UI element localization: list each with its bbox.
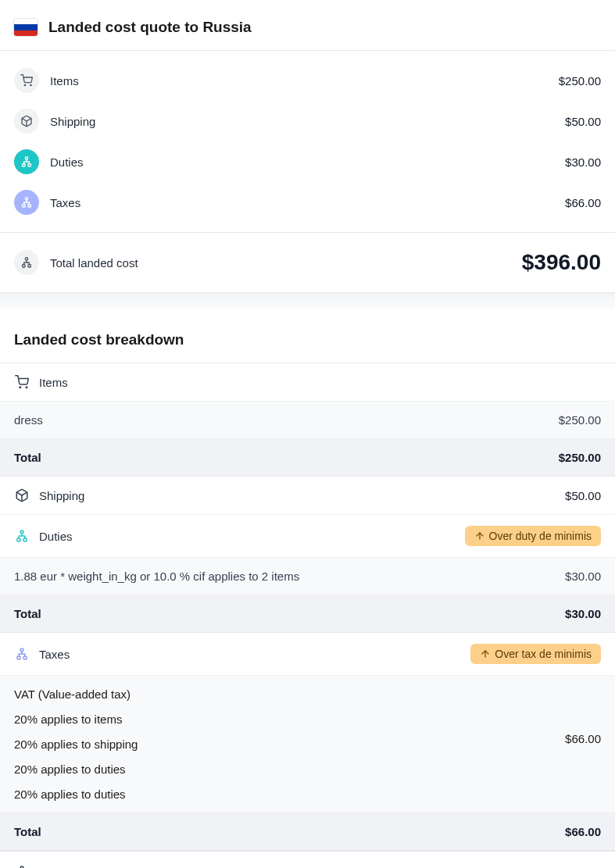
breakdown-duties-total: Total $30.00 (0, 595, 615, 633)
grand-total-amount: $396.00 (559, 866, 601, 869)
svg-point-0 (24, 84, 25, 85)
line-label: 1.88 eur * weight_in_kg or 10.0 % cif ap… (14, 570, 565, 583)
box-icon (14, 109, 39, 134)
hierarchy-icon (14, 190, 39, 215)
box-icon (14, 488, 30, 503)
cart-icon (14, 68, 39, 93)
total-label: Total (14, 451, 41, 464)
svg-point-12 (20, 387, 21, 388)
breakdown-taxes-header: Taxes Over tax de minimis (0, 633, 615, 676)
summary-amount: $250.00 (559, 74, 601, 88)
breakdown-grand-total: Total landed cost $396.00 (0, 851, 615, 868)
hierarchy-icon (14, 250, 39, 275)
total-label: Total (14, 825, 41, 838)
breakdown-taxes-total: Total $66.00 (0, 813, 615, 851)
tax-detail-line: 20% applies to duties (14, 763, 138, 776)
badge-text: Over tax de minimis (495, 648, 592, 660)
summary-section: Items $250.00 Shipping $50.00 Duties $30… (0, 51, 615, 292)
line-amount: $250.00 (559, 413, 601, 427)
tax-detail-line: 20% applies to duties (14, 788, 138, 801)
line-amount: $30.00 (565, 570, 601, 583)
summary-row-items: Items $250.00 (0, 51, 615, 101)
breakdown-section-label: Taxes (39, 648, 470, 661)
breakdown-title: Landed cost breakdown (0, 309, 615, 363)
summary-label: Shipping (50, 115, 565, 128)
cart-icon (14, 374, 30, 390)
tax-subtitle: VAT (Value-added tax) (14, 688, 138, 701)
breakdown-section-label: Shipping (39, 489, 565, 502)
summary-total-row: Total landed cost $396.00 (0, 232, 615, 292)
over-duty-de-minimis-badge: Over duty de minimis (465, 526, 601, 546)
quote-header: Landed cost quote to Russia (0, 0, 615, 51)
breakdown-item-line: dress $250.00 (0, 402, 615, 439)
summary-row-duties: Duties $30.00 (0, 141, 615, 182)
total-amount: $66.00 (565, 825, 601, 838)
tax-detail-line: 20% applies to shipping (14, 738, 138, 751)
breakdown-duties-header: Duties Over duty de minimis (0, 515, 615, 558)
hierarchy-icon (14, 646, 30, 662)
summary-amount: $30.00 (565, 155, 601, 169)
summary-label: Taxes (50, 196, 565, 209)
summary-label: Items (50, 74, 559, 88)
total-label: Total landed cost (50, 256, 522, 270)
country-flag-russia (14, 19, 38, 36)
breakdown-taxes-details: VAT (Value-added tax) 20% applies to ite… (0, 676, 615, 813)
total-label: Total (14, 607, 41, 620)
breakdown-items-total: Total $250.00 (0, 439, 615, 477)
breakdown-duties-line: 1.88 eur * weight_in_kg or 10.0 % cif ap… (0, 558, 615, 595)
over-tax-de-minimis-badge: Over tax de minimis (470, 644, 601, 664)
hierarchy-icon (14, 149, 39, 174)
svg-point-13 (26, 387, 27, 388)
hierarchy-icon (14, 864, 30, 868)
summary-amount: $66.00 (565, 196, 601, 209)
breakdown-shipping-header: Shipping $50.00 (0, 477, 615, 515)
badge-text: Over duty de minimis (489, 530, 592, 542)
total-amount: $396.00 (522, 250, 601, 275)
arrow-up-icon (480, 648, 491, 659)
total-amount: $30.00 (565, 607, 601, 620)
tax-detail-line: 20% applies to items (14, 713, 138, 726)
summary-amount: $50.00 (565, 115, 601, 128)
summary-label: Duties (50, 155, 565, 169)
summary-row-shipping: Shipping $50.00 (0, 101, 615, 141)
section-separator (0, 292, 615, 309)
tax-amount: $66.00 (565, 732, 601, 745)
breakdown-items-header: Items (0, 363, 615, 402)
line-label: dress (14, 413, 559, 427)
summary-row-taxes: Taxes $66.00 (0, 182, 615, 223)
breakdown-shipping-amount: $50.00 (565, 489, 601, 502)
breakdown-section-label: Duties (39, 530, 465, 543)
arrow-up-icon (474, 530, 485, 541)
total-amount: $250.00 (559, 451, 601, 464)
breakdown-section-label: Items (39, 376, 601, 389)
grand-total-label: Total landed cost (39, 866, 559, 869)
page-title: Landed cost quote to Russia (48, 19, 252, 36)
svg-point-1 (30, 84, 31, 85)
hierarchy-icon (14, 528, 30, 544)
